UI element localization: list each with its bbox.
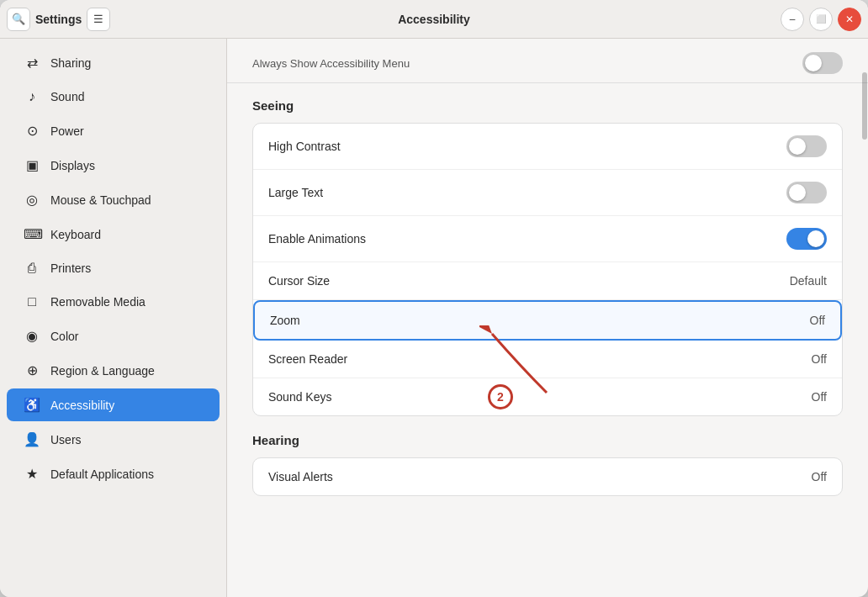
high-contrast-toggle[interactable] [786,135,827,157]
seeing-section: Seeing High Contrast Large Text [252,98,843,416]
color-icon: ◉ [24,328,40,344]
sharing-icon: ⇄ [24,55,40,71]
visual-alerts-row[interactable]: Visual Alerts Off [253,458,842,495]
sidebar-item-sound[interactable]: ♪ Sound [7,81,220,113]
seeing-group: High Contrast Large Text Enable Animatio… [252,123,843,416]
sidebar-label-sharing: Sharing [50,56,91,70]
enable-animations-label: Enable Animations [268,232,366,246]
sidebar-label-sound: Sound [50,90,84,103]
annotation-2-circle: 2 [488,384,513,409]
sidebar-item-removable-media[interactable]: □ Removable Media [7,286,220,318]
high-contrast-row: High Contrast [253,124,842,170]
sidebar-label-mouse: Mouse & Touchpad [50,193,151,207]
zoom-value: Off [810,314,825,327]
large-text-label: Large Text [268,186,323,199]
search-button[interactable]: 🔍 [7,8,30,31]
menu-button[interactable]: ☰ [87,8,110,31]
cursor-size-value: Default [790,274,827,288]
sidebar-item-users[interactable]: 👤 Users [7,423,220,456]
keyboard-icon: ⌨ [24,226,40,242]
cursor-size-label: Cursor Size [268,274,330,288]
sidebar-item-accessibility[interactable]: ♿ Accessibility [7,388,220,421]
mouse-icon: ◎ [24,192,40,208]
power-icon: ⊙ [24,123,40,139]
screen-reader-value: Off [812,352,827,366]
top-always-show-row: Always Show Accessibility Menu [227,39,868,83]
users-icon: 👤 [24,431,40,447]
sidebar-item-color[interactable]: ◉ Color [7,320,220,352]
sidebar-label-power: Power [50,124,84,138]
hearing-heading: Hearing [252,433,843,447]
sidebar-item-printers[interactable]: ⎙ Printers [7,252,220,284]
always-show-menu-toggle[interactable] [802,52,843,74]
sidebar-item-power[interactable]: ⊙ Power [7,114,220,147]
zoom-label: Zoom [270,314,300,327]
seeing-heading: Seeing [252,98,843,113]
window-title: Accessibility [234,13,634,26]
hearing-section: Hearing Visual Alerts Off [252,433,843,496]
top-row-label: Always Show Accessibility Menu [252,57,410,70]
sidebar-title: Settings [35,13,82,26]
cursor-size-row: Cursor Size Default [253,262,842,300]
displays-icon: ▣ [24,157,40,173]
visual-alerts-value: Off [812,470,827,483]
screen-reader-row[interactable]: Screen Reader Off [253,341,842,378]
titlebar: 🔍 Settings ☰ Accessibility – ⬜ ✕ [0,0,868,39]
visual-alerts-label: Visual Alerts [268,470,333,483]
maximize-icon: ⬜ [816,14,826,24]
sidebar-label-accessibility: Accessibility [50,399,114,412]
sidebar-label-users: Users [50,433,82,446]
sound-keys-label: Sound Keys [268,390,332,404]
main-sections: Seeing High Contrast Large Text [227,98,868,538]
default-apps-icon: ★ [24,466,40,482]
sidebar-item-mouse-touchpad[interactable]: ◎ Mouse & Touchpad [7,183,220,216]
scrollbar-thumb[interactable] [862,72,867,140]
annotation-1-arrow [227,267,236,367]
sidebar-item-keyboard[interactable]: ⌨ Keyboard [7,218,220,251]
sidebar-label-keyboard: Keyboard [50,228,101,241]
settings-window: 🔍 Settings ☰ Accessibility – ⬜ ✕ ⇄ S [0,0,868,597]
maximize-button[interactable]: ⬜ [809,8,833,31]
enable-animations-row: Enable Animations [253,216,842,262]
sound-icon: ♪ [24,89,40,104]
close-icon: ✕ [845,13,854,25]
scrollbar-track[interactable] [861,39,868,597]
search-icon: 🔍 [12,13,25,25]
hearing-group: Visual Alerts Off [252,457,843,496]
removable-media-icon: □ [24,294,40,309]
sidebar-label-color: Color [50,330,78,343]
sidebar-item-sharing[interactable]: ⇄ Sharing [7,46,220,79]
region-icon: ⊕ [24,362,40,378]
sidebar-label-printers: Printers [50,262,91,275]
titlebar-left: 🔍 Settings ☰ [7,8,234,31]
sidebar-label-removable-media: Removable Media [50,295,146,309]
high-contrast-label: High Contrast [268,140,341,153]
enable-animations-toggle[interactable] [786,228,827,250]
sidebar: ⇄ Sharing ♪ Sound ⊙ Power ▣ Displays ◎ M… [0,39,227,597]
large-text-toggle[interactable] [786,182,827,203]
sidebar-label-default-apps: Default Applications [50,468,154,481]
minimize-button[interactable]: – [781,8,804,31]
screen-reader-label: Screen Reader [268,352,347,366]
minimize-icon: – [790,13,796,25]
sound-keys-value: Off [812,390,827,404]
close-button[interactable]: ✕ [838,8,861,31]
sidebar-label-region: Region & Language [50,364,155,378]
sidebar-item-default-applications[interactable]: ★ Default Applications [7,457,220,490]
sound-keys-row[interactable]: Sound Keys Off [253,378,842,415]
sidebar-item-displays[interactable]: ▣ Displays [7,149,220,182]
zoom-row[interactable]: Zoom Off [253,300,842,341]
sidebar-label-displays: Displays [50,159,95,172]
window-controls: – ⬜ ✕ [634,8,861,31]
main-content: ⇄ Sharing ♪ Sound ⊙ Power ▣ Displays ◎ M… [0,39,868,597]
sidebar-item-region-language[interactable]: ⊕ Region & Language [7,354,220,387]
large-text-row: Large Text [253,170,842,216]
printers-icon: ⎙ [24,261,40,276]
accessibility-icon: ♿ [24,397,40,413]
main-panel: Always Show Accessibility Menu Seeing Hi… [227,39,868,597]
hamburger-icon: ☰ [93,13,103,25]
